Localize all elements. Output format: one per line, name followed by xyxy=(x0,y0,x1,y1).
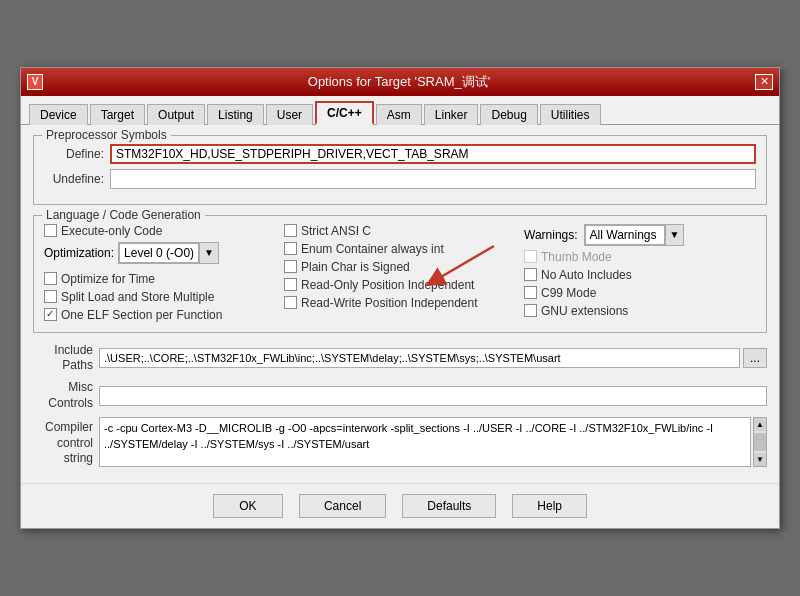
split-load-row: Split Load and Store Multiple xyxy=(44,290,276,304)
split-load-checkbox[interactable] xyxy=(44,290,57,303)
optimize-time-checkbox[interactable] xyxy=(44,272,57,285)
no-auto-includes-row: No Auto Includes xyxy=(524,268,756,282)
footer: OK Cancel Defaults Help xyxy=(21,483,779,528)
lang-col-1: Execute-only Code Optimization: Level 0 … xyxy=(44,224,276,322)
include-paths-row: Include Paths ... xyxy=(33,343,767,374)
optimization-arrow[interactable]: ▼ xyxy=(199,243,218,263)
thumb-mode-label: Thumb Mode xyxy=(541,250,612,264)
rw-position-checkbox[interactable] xyxy=(284,296,297,309)
warnings-row: Warnings: All Warnings ▼ xyxy=(524,224,756,246)
tab-asm[interactable]: Asm xyxy=(376,104,422,125)
ro-position-checkbox[interactable] xyxy=(284,278,297,291)
enum-container-label: Enum Container always int xyxy=(301,242,444,256)
warnings-select[interactable]: All Warnings ▼ xyxy=(584,224,685,246)
scroll-thumb xyxy=(754,433,766,451)
compiler-control-wrapper: -c -cpu Cortex-M3 -D__MICROLIB -g -O0 -a… xyxy=(99,417,767,467)
misc-controls-input[interactable] xyxy=(99,386,767,406)
enum-container-checkbox[interactable] xyxy=(284,242,297,255)
one-elf-checkbox[interactable] xyxy=(44,308,57,321)
tabs-bar: Device Target Output Listing User C/C++ … xyxy=(21,96,779,125)
execute-only-row: Execute-only Code xyxy=(44,224,276,238)
tab-debug[interactable]: Debug xyxy=(480,104,537,125)
gnu-extensions-label: GNU extensions xyxy=(541,304,628,318)
misc-controls-label: Misc Controls xyxy=(33,380,93,411)
plain-char-row: Plain Char is Signed xyxy=(284,260,516,274)
ro-position-row: Read-Only Position Independent xyxy=(284,278,516,292)
scroll-down[interactable]: ▼ xyxy=(754,453,766,466)
include-paths-input[interactable] xyxy=(99,348,740,368)
strict-ansi-label: Strict ANSI C xyxy=(301,224,371,238)
main-window: V Options for Target 'SRAM_调试' ✕ Device … xyxy=(20,67,780,529)
rw-position-label: Read-Write Position Independent xyxy=(301,296,478,310)
define-row: Define: xyxy=(44,144,756,164)
defaults-button[interactable]: Defaults xyxy=(402,494,496,518)
c99-mode-row: C99 Mode xyxy=(524,286,756,300)
ok-button[interactable]: OK xyxy=(213,494,283,518)
optimization-select[interactable]: Level 0 (-O0) ▼ xyxy=(118,242,219,264)
define-input[interactable] xyxy=(110,144,756,164)
language-group: Language / Code Generation Execute-only … xyxy=(33,215,767,333)
main-content: Preprocessor Symbols Define: Undefine: L… xyxy=(21,125,779,483)
undefine-input[interactable] xyxy=(110,169,756,189)
tab-output[interactable]: Output xyxy=(147,104,205,125)
preprocessor-group-label: Preprocessor Symbols xyxy=(42,128,171,142)
language-grid: Execute-only Code Optimization: Level 0 … xyxy=(44,224,756,322)
undefine-label: Undefine: xyxy=(44,172,104,186)
gnu-extensions-checkbox[interactable] xyxy=(524,304,537,317)
tab-utilities[interactable]: Utilities xyxy=(540,104,601,125)
lang-col-2: Strict ANSI C Enum Container always int … xyxy=(284,224,516,310)
scroll-up[interactable]: ▲ xyxy=(754,418,766,431)
one-elf-row: One ELF Section per Function xyxy=(44,308,276,322)
strict-ansi-row: Strict ANSI C xyxy=(284,224,516,238)
window-title: Options for Target 'SRAM_调试' xyxy=(43,73,755,91)
include-paths-browse[interactable]: ... xyxy=(743,348,767,368)
enum-container-row: Enum Container always int xyxy=(284,242,516,256)
help-button[interactable]: Help xyxy=(512,494,587,518)
thumb-mode-checkbox xyxy=(524,250,537,263)
no-auto-includes-label: No Auto Includes xyxy=(541,268,632,282)
warnings-arrow[interactable]: ▼ xyxy=(665,225,684,245)
compiler-control-row: Compiler control string -c -cpu Cortex-M… xyxy=(33,417,767,467)
c99-mode-checkbox[interactable] xyxy=(524,286,537,299)
execute-only-checkbox[interactable] xyxy=(44,224,57,237)
rw-position-row: Read-Write Position Independent xyxy=(284,296,516,310)
compiler-scrollbar[interactable]: ▲ ▼ xyxy=(753,417,767,467)
tab-target[interactable]: Target xyxy=(90,104,145,125)
preprocessor-group: Preprocessor Symbols Define: Undefine: xyxy=(33,135,767,205)
undefine-row: Undefine: xyxy=(44,169,756,189)
tab-cpp[interactable]: C/C++ xyxy=(315,101,374,125)
lang-col-3: Warnings: All Warnings ▼ Thumb Mode No A… xyxy=(524,224,756,318)
one-elf-label: One ELF Section per Function xyxy=(61,308,222,322)
tab-user[interactable]: User xyxy=(266,104,313,125)
cancel-button[interactable]: Cancel xyxy=(299,494,386,518)
tab-device[interactable]: Device xyxy=(29,104,88,125)
tab-listing[interactable]: Listing xyxy=(207,104,264,125)
optimize-time-label: Optimize for Time xyxy=(61,272,155,286)
ro-position-label: Read-Only Position Independent xyxy=(301,278,474,292)
plain-char-label: Plain Char is Signed xyxy=(301,260,410,274)
thumb-mode-row: Thumb Mode xyxy=(524,250,756,264)
compiler-control-label: Compiler control string xyxy=(33,417,93,467)
optimization-value: Level 0 (-O0) xyxy=(119,243,199,263)
optimization-label: Optimization: xyxy=(44,246,114,260)
optimization-row: Optimization: Level 0 (-O0) ▼ xyxy=(44,242,276,264)
include-paths-label: Include Paths xyxy=(33,343,93,374)
gnu-extensions-row: GNU extensions xyxy=(524,304,756,318)
plain-char-checkbox[interactable] xyxy=(284,260,297,273)
compiler-control-value[interactable]: -c -cpu Cortex-M3 -D__MICROLIB -g -O0 -a… xyxy=(99,417,751,467)
language-group-label: Language / Code Generation xyxy=(42,208,205,222)
tab-linker[interactable]: Linker xyxy=(424,104,479,125)
titlebar: V Options for Target 'SRAM_调试' ✕ xyxy=(21,68,779,96)
close-button[interactable]: ✕ xyxy=(755,74,773,90)
define-label: Define: xyxy=(44,147,104,161)
c99-mode-label: C99 Mode xyxy=(541,286,596,300)
misc-controls-row: Misc Controls xyxy=(33,380,767,411)
warnings-value: All Warnings xyxy=(585,225,665,245)
split-load-label: Split Load and Store Multiple xyxy=(61,290,214,304)
no-auto-includes-checkbox[interactable] xyxy=(524,268,537,281)
strict-ansi-checkbox[interactable] xyxy=(284,224,297,237)
app-icon: V xyxy=(27,74,43,90)
warnings-label: Warnings: xyxy=(524,228,578,242)
optimize-time-row: Optimize for Time xyxy=(44,272,276,286)
execute-only-label: Execute-only Code xyxy=(61,224,162,238)
